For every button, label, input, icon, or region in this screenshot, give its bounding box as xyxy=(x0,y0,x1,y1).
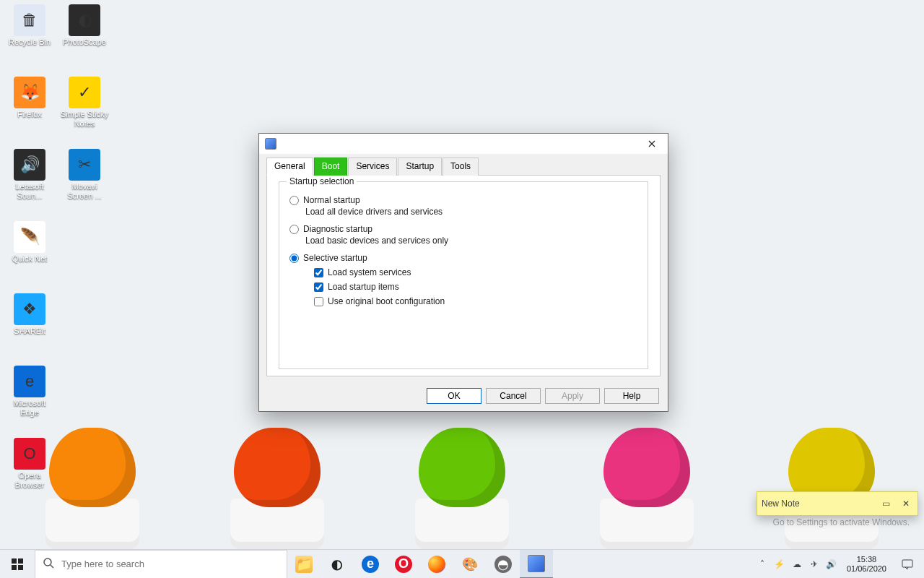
desktop-icon[interactable]: 🗑Recycle Bin xyxy=(4,4,55,75)
desktop-icon[interactable]: OOpera Browser xyxy=(4,438,55,509)
desktop-icons: 🗑Recycle Bin◐PhotoScape🦊Firefox✓Simple S… xyxy=(4,4,110,509)
svg-rect-2 xyxy=(12,565,17,570)
dialog-titlebar[interactable] xyxy=(259,134,668,154)
radio-normal-startup[interactable]: Normal startup xyxy=(289,195,637,205)
sticky-maximize-icon[interactable]: ▭ xyxy=(879,499,893,509)
system-tray: ˄ ⚡ ☁ ✈ 🔊 15:38 01/06/2020 xyxy=(756,550,924,579)
desktop-icon[interactable]: ◐PhotoScape xyxy=(59,4,110,75)
svg-point-4 xyxy=(44,558,51,566)
tray-volume-icon[interactable]: 🔊 xyxy=(825,559,838,569)
tab-boot[interactable]: Boot xyxy=(314,158,348,176)
tray-chevron-icon[interactable]: ˄ xyxy=(756,559,769,569)
radio-selective-startup[interactable]: Selective startup xyxy=(289,253,637,263)
cancel-button[interactable]: Cancel xyxy=(486,388,541,404)
check-load-system-services[interactable]: Load system services xyxy=(314,267,637,277)
tab-startup[interactable]: Startup xyxy=(398,158,442,176)
wallpaper-cacti xyxy=(0,412,924,549)
tab-services[interactable]: Services xyxy=(348,158,397,176)
taskbar: 📁 ◐ e O 🎨 ◓ ˄ ⚡ ☁ ✈ 🔊 15:38 01/06/2020 xyxy=(0,549,924,578)
taskbar-file-explorer[interactable]: 📁 xyxy=(287,550,321,579)
apply-button[interactable]: Apply xyxy=(545,388,600,404)
tab-tools[interactable]: Tools xyxy=(443,158,479,176)
taskbar-clock[interactable]: 15:38 01/06/2020 xyxy=(842,555,891,574)
system-icon xyxy=(265,138,276,150)
desktop-icon[interactable]: eMicrosoft Edge xyxy=(4,366,55,436)
group-title: Startup selection xyxy=(287,176,357,186)
desktop-icon[interactable]: ❖SHAREit xyxy=(4,293,55,364)
check-load-startup-items[interactable]: Load startup items xyxy=(314,282,637,292)
taskbar-firefox[interactable] xyxy=(420,550,453,579)
taskbar-app[interactable]: ◓ xyxy=(487,550,520,579)
check-use-original-boot[interactable]: Use original boot configuration xyxy=(314,296,637,306)
taskbar-msconfig[interactable] xyxy=(520,550,553,579)
close-icon xyxy=(648,140,655,147)
svg-rect-3 xyxy=(18,565,23,570)
action-center-icon[interactable] xyxy=(895,550,920,579)
dialog-button-row: OK Cancel Apply Help xyxy=(427,388,659,404)
tray-airplane-icon[interactable]: ✈ xyxy=(808,559,821,569)
search-icon xyxy=(43,557,54,571)
ok-button[interactable]: OK xyxy=(427,388,481,404)
desktop-icon[interactable]: ✓Simple Sticky Notes xyxy=(59,77,110,147)
tray-onedrive-icon[interactable]: ☁ xyxy=(790,559,803,569)
start-button[interactable] xyxy=(0,550,35,579)
general-panel: Startup selection Normal startup Load al… xyxy=(266,176,661,376)
taskbar-search[interactable] xyxy=(35,550,287,579)
desktop-icon[interactable]: ✂Movavi Screen ... xyxy=(59,149,110,220)
close-button[interactable] xyxy=(639,136,665,152)
svg-line-5 xyxy=(51,565,53,568)
search-input[interactable] xyxy=(61,558,279,569)
desktop-icon[interactable]: 🪶Quick Net xyxy=(4,221,55,292)
sticky-note[interactable]: New Note ▭ ✕ xyxy=(757,491,918,516)
taskbar-apps: 📁 ◐ e O 🎨 ◓ xyxy=(287,550,553,579)
windows-icon xyxy=(12,558,23,570)
dialog-tabs: GeneralBootServicesStartupTools xyxy=(266,157,661,176)
tray-battery-icon[interactable]: ⚡ xyxy=(773,559,786,569)
svg-rect-6 xyxy=(902,560,912,567)
diagnostic-desc: Load basic devices and services only xyxy=(305,236,637,246)
svg-rect-0 xyxy=(12,558,17,564)
tab-general[interactable]: General xyxy=(266,158,313,176)
taskbar-edge[interactable]: e xyxy=(354,550,387,579)
taskbar-paint[interactable]: 🎨 xyxy=(453,550,487,579)
svg-rect-1 xyxy=(18,558,23,564)
desktop-icon[interactable]: 🔊Letasoft Soun... xyxy=(4,149,55,220)
sticky-title: New Note xyxy=(762,499,800,509)
normal-desc: Load all device drivers and services xyxy=(305,207,637,217)
radio-diagnostic-startup[interactable]: Diagnostic startup xyxy=(289,224,637,234)
msconfig-dialog: GeneralBootServicesStartupTools Startup … xyxy=(258,133,668,412)
taskbar-photoscape[interactable]: ◐ xyxy=(321,550,354,579)
sticky-close-icon[interactable]: ✕ xyxy=(899,499,913,509)
help-button[interactable]: Help xyxy=(604,388,659,404)
desktop-icon[interactable]: 🦊Firefox xyxy=(4,77,55,147)
taskbar-opera[interactable]: O xyxy=(387,550,420,579)
